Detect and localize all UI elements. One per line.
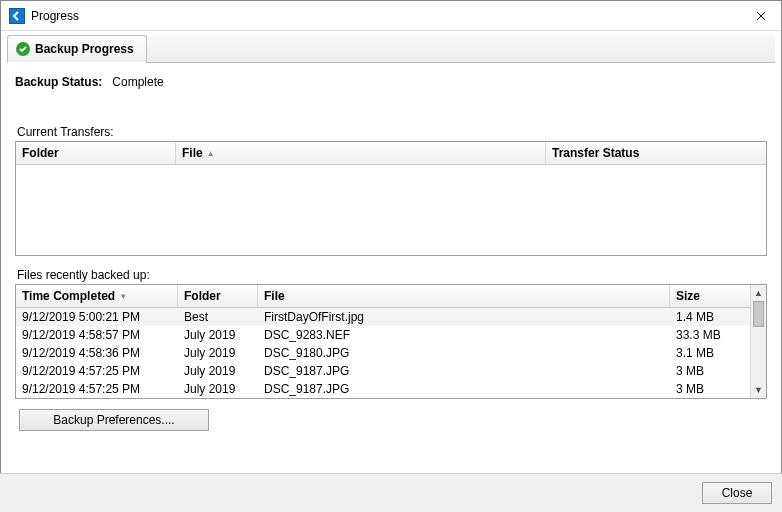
cell-size: 33.3 MB [670,328,750,342]
window-title: Progress [31,9,741,23]
recent-col-time[interactable]: Time Completed ▼ [16,285,178,307]
titlebar: Progress [1,1,781,31]
sort-desc-icon: ▼ [119,292,127,301]
window-close-button[interactable] [741,1,781,31]
tab-backup-progress[interactable]: Backup Progress [7,35,147,63]
cell-size: 1.4 MB [670,310,750,324]
recent-files-label: Files recently backed up: [17,268,767,282]
cell-file: DSC_9283.NEF [258,328,670,342]
table-row[interactable]: 9/12/2019 5:00:21 PMBestFirstDayOfFirst.… [16,308,750,326]
app-icon [9,8,25,24]
cell-file: DSC_9187.JPG [258,382,670,396]
recent-scrollbar[interactable]: ▲ ▼ [750,285,766,398]
close-button[interactable]: Close [702,482,772,504]
cell-file: DSC_9187.JPG [258,364,670,378]
cell-size: 3.1 MB [670,346,750,360]
check-circle-icon [16,42,30,56]
cell-folder: July 2019 [178,346,258,360]
cell-size: 3 MB [670,364,750,378]
current-transfers-label: Current Transfers: [17,125,767,139]
cell-time: 9/12/2019 4:57:25 PM [16,364,178,378]
cell-time: 9/12/2019 4:58:36 PM [16,346,178,360]
cell-file: FirstDayOfFirst.jpg [258,310,670,324]
close-icon [756,11,766,21]
transfers-empty-body [16,165,766,255]
cell-folder: July 2019 [178,382,258,396]
table-row[interactable]: 9/12/2019 4:57:25 PMJuly 2019DSC_9187.JP… [16,362,750,380]
cell-folder: July 2019 [178,328,258,342]
recent-col-file[interactable]: File [258,285,670,307]
recent-col-folder[interactable]: Folder [178,285,258,307]
scroll-up-icon[interactable]: ▲ [751,285,766,301]
cell-time: 9/12/2019 5:00:21 PM [16,310,178,324]
cell-time: 9/12/2019 4:58:57 PM [16,328,178,342]
tab-label: Backup Progress [35,42,134,56]
table-row[interactable]: 9/12/2019 4:57:25 PMJuly 2019DSC_9187.JP… [16,380,750,398]
backup-preferences-button[interactable]: Backup Preferences.... [19,409,209,431]
tab-bar: Backup Progress [7,35,775,63]
sort-asc-icon: ▲ [207,149,215,158]
backup-status-row: Backup Status: Complete [15,75,767,89]
current-transfers-grid: Folder File ▲ Transfer Status [15,141,767,256]
transfers-col-status[interactable]: Transfer Status [546,142,766,164]
cell-folder: Best [178,310,258,324]
backup-status-value: Complete [112,75,163,89]
scroll-down-icon[interactable]: ▼ [751,382,766,398]
transfers-col-file[interactable]: File ▲ [176,142,546,164]
recent-files-grid: Time Completed ▼ Folder File Size 9/12/2… [15,284,767,399]
transfers-col-folder[interactable]: Folder [16,142,176,164]
cell-size: 3 MB [670,382,750,396]
recent-col-size[interactable]: Size [670,285,750,307]
dialog-footer: Close [0,473,782,512]
scroll-thumb[interactable] [753,301,764,327]
cell-folder: July 2019 [178,364,258,378]
table-row[interactable]: 9/12/2019 4:58:57 PMJuly 2019DSC_9283.NE… [16,326,750,344]
table-row[interactable]: 9/12/2019 4:58:36 PMJuly 2019DSC_9180.JP… [16,344,750,362]
backup-status-label: Backup Status: [15,75,102,89]
cell-file: DSC_9180.JPG [258,346,670,360]
cell-time: 9/12/2019 4:57:25 PM [16,382,178,396]
